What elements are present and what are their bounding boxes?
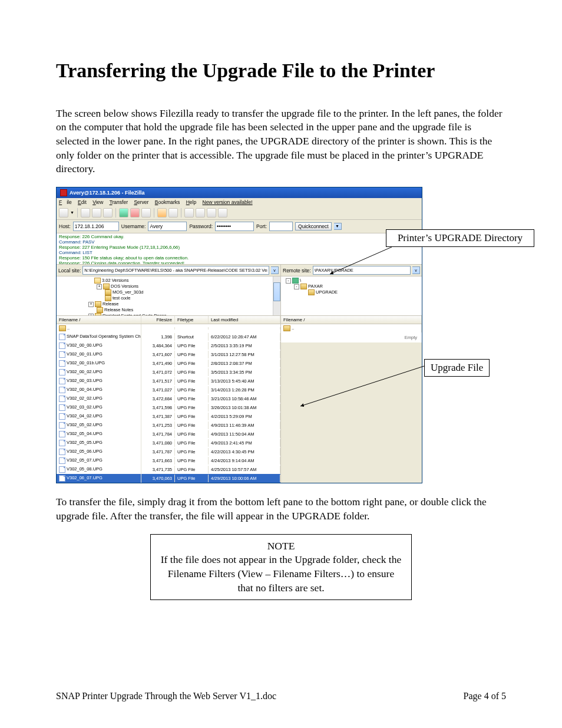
dropdown-icon[interactable]: v xyxy=(271,266,279,274)
menu-transfer[interactable]: Transfer xyxy=(110,199,128,205)
callout-upgrade-directory: Printer’s UPGRADE Directory xyxy=(386,229,534,247)
local-path-input[interactable] xyxy=(82,266,269,275)
scrollbar[interactable] xyxy=(273,276,280,315)
filter-icon[interactable] xyxy=(184,208,194,218)
file-icon xyxy=(59,466,65,473)
file-icon xyxy=(59,334,65,340)
folder-icon xyxy=(105,289,111,295)
search-icon[interactable] xyxy=(218,208,227,218)
list-item[interactable]: V302_05_02.UPG3,471,253UPG File4/9/2013 … xyxy=(57,421,280,430)
menu-file[interactable]: File xyxy=(59,199,72,205)
process-queue-icon[interactable] xyxy=(130,208,140,218)
dropdown-icon[interactable]: ▼ xyxy=(70,210,74,215)
host-input[interactable] xyxy=(73,222,119,231)
menu-edit[interactable]: Edit xyxy=(78,199,87,205)
toggle-log-icon[interactable] xyxy=(81,208,90,218)
list-item[interactable]: V302_05_08.UPG3,471,735UPG File4/25/2013… xyxy=(57,465,280,474)
list-item[interactable]: V302_05_06.UPG3,471,787UPG File4/22/2013… xyxy=(57,447,280,456)
local-file-list[interactable]: ..SNAP DataTool Operating System Change … xyxy=(57,324,280,483)
quickconnect-button[interactable]: Quickconnect xyxy=(295,222,332,230)
list-item[interactable]: SNAP DataTool Operating System Change Hi… xyxy=(57,332,280,341)
menu-new-version[interactable]: New version available! xyxy=(203,199,253,205)
file-icon xyxy=(59,475,65,482)
list-item[interactable]: V302_00_03.UPG3,471,517UPG File3/13/2013… xyxy=(57,377,280,386)
filezilla-icon xyxy=(60,189,67,196)
menu-bookmarks[interactable]: Bookmarks xyxy=(155,199,180,205)
compare-icon[interactable] xyxy=(196,208,205,218)
file-icon xyxy=(59,369,65,375)
tree-item[interactable]: +Resident Fonts and Code Pages xyxy=(59,313,278,316)
filezilla-screenshot: Avery@172.18.1.206 - FileZilla File Edit… xyxy=(56,187,422,484)
password-input[interactable] xyxy=(215,222,254,231)
parent-directory[interactable]: .. xyxy=(57,324,280,332)
file-icon xyxy=(59,404,65,411)
quickconnect-dropdown-icon[interactable]: ▼ xyxy=(334,223,342,230)
window-titlebar[interactable]: Avery@172.18.1.206 - FileZilla xyxy=(57,187,422,198)
remote-site-label: Remote site: xyxy=(283,268,311,274)
remote-tree[interactable]: -\-PAXARUPGRADE xyxy=(281,276,422,316)
folder-icon xyxy=(308,289,315,295)
tree-item[interactable]: +Release xyxy=(59,301,278,307)
list-item[interactable]: V302_00_01.UPG3,471,607UPG File3/1/2013 … xyxy=(57,350,280,359)
local-tree[interactable]: 3.02 Versions+DOS VersionsMOS_ver_303dte… xyxy=(57,276,280,316)
port-input[interactable] xyxy=(269,222,293,231)
selected-upgrade-file[interactable]: V302_06_07.UPG3,470,063UPG File4/29/2013… xyxy=(57,474,280,483)
local-list-header[interactable]: Filename / Filesize Filetype Last modifi… xyxy=(57,316,280,324)
intro-paragraph: The screen below shows Filezilla ready t… xyxy=(56,107,506,176)
parent-directory[interactable]: .. xyxy=(281,324,422,332)
remote-list-header[interactable]: Filename / xyxy=(281,316,422,324)
empty-label: Empty xyxy=(281,332,422,342)
list-item[interactable]: V302_00_04.UPG3,471,027UPG File3/14/2013… xyxy=(57,386,280,394)
file-icon xyxy=(59,422,65,429)
window-title: Avery@172.18.1.206 - FileZilla xyxy=(70,190,145,196)
footer-right: Page 4 of 5 xyxy=(464,691,506,701)
menu-bar[interactable]: File Edit View Transfer Server Bookmarks… xyxy=(57,198,422,206)
list-item[interactable]: V302_00_01b.UPG3,471,490UPG File2/8/2013… xyxy=(57,359,280,368)
file-icon xyxy=(59,457,65,464)
tree-item[interactable]: Release Notes xyxy=(59,307,278,313)
page-title: Transferring the Upgrade File to the Pri… xyxy=(56,59,506,83)
reconnect-icon[interactable] xyxy=(168,208,178,218)
file-icon xyxy=(59,351,65,358)
username-input[interactable] xyxy=(148,222,187,231)
site-manager-icon[interactable] xyxy=(59,208,68,218)
folder-icon xyxy=(95,301,101,307)
local-pane: Local site: v 3.02 Versions+DOS Versions… xyxy=(57,265,281,483)
password-label: Password: xyxy=(189,223,213,229)
sync-icon[interactable] xyxy=(207,208,216,218)
list-item[interactable]: V302_05_07.UPG3,471,663UPG File4/24/2013… xyxy=(57,456,280,465)
file-icon xyxy=(59,360,65,367)
refresh-icon[interactable] xyxy=(119,208,128,218)
note-title: NOTE xyxy=(160,539,402,554)
disconnect-icon[interactable] xyxy=(157,208,167,218)
menu-server[interactable]: Server xyxy=(134,199,148,205)
toolbar: ▼ xyxy=(57,206,422,220)
tree-item[interactable]: +DOS Versions xyxy=(59,284,278,289)
list-item[interactable]: V302_05_05.UPG3,471,080UPG File4/9/2013 … xyxy=(57,439,280,447)
menu-help[interactable]: Help xyxy=(186,199,196,205)
username-label: Username: xyxy=(121,223,146,229)
tree-item[interactable]: 3.02 Versions xyxy=(59,278,278,284)
list-item[interactable]: V302_03_02.UPG3,471,598UPG File3/26/2013… xyxy=(57,403,280,412)
arrow-icon xyxy=(297,365,427,412)
dropdown-icon[interactable]: v xyxy=(412,266,420,274)
list-item[interactable]: V302_00_00.UPG3,484,364UPG File2/5/2013 … xyxy=(57,341,280,350)
tree-item[interactable]: UPGRADE xyxy=(283,289,419,295)
toggle-tree-icon[interactable] xyxy=(92,208,101,218)
cancel-icon[interactable] xyxy=(141,208,151,218)
folder-icon xyxy=(300,284,307,289)
folder-icon xyxy=(94,278,101,284)
note-body: If the file does not appear in the Upgra… xyxy=(160,553,402,595)
tree-item[interactable]: MOS_ver_303d xyxy=(59,289,278,295)
tree-item[interactable]: test code xyxy=(59,295,278,301)
tree-item[interactable]: -PAXAR xyxy=(283,284,419,289)
toggle-queue-icon[interactable] xyxy=(103,208,113,218)
menu-view[interactable]: View xyxy=(92,199,103,205)
list-item[interactable]: V302_02_02.UPG3,472,684UPG File3/21/2013… xyxy=(57,394,280,403)
list-item[interactable]: V302_00_02.UPG3,471,072UPG File3/5/2013 … xyxy=(57,368,280,377)
host-label: Host: xyxy=(59,223,71,229)
list-item[interactable]: V302_04_02.UPG3,471,387UPG File4/2/2013 … xyxy=(57,412,280,421)
file-icon xyxy=(59,413,65,420)
remote-file-list[interactable]: .. Empty xyxy=(281,324,422,342)
list-item[interactable]: V302_05_04.UPG3,471,784UPG File4/9/2013 … xyxy=(57,430,280,439)
